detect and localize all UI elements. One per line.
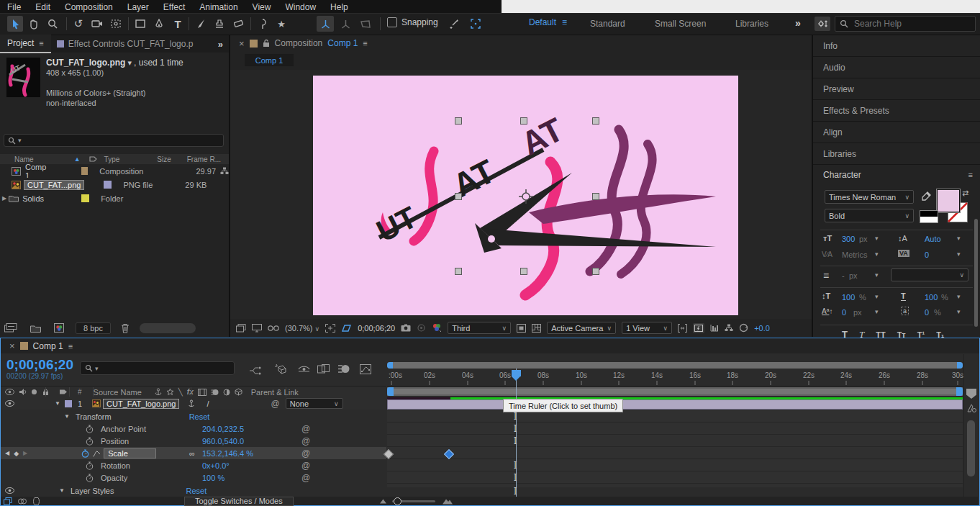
- rotate-tool-button[interactable]: ↺: [71, 16, 86, 32]
- column-size[interactable]: Size: [157, 155, 171, 163]
- menu-edit[interactable]: Edit: [28, 2, 58, 12]
- workspace-default-tab[interactable]: Default ≡: [529, 17, 567, 27]
- transform-group-row[interactable]: ▼ Transform Reset: [1, 410, 386, 423]
- baseline-shift-value[interactable]: 0: [842, 308, 846, 317]
- menu-help[interactable]: Help: [323, 2, 355, 12]
- transparency-grid-icon[interactable]: [532, 324, 541, 333]
- kerning-value[interactable]: Metrics: [842, 250, 867, 259]
- graph-editor-icon[interactable]: [360, 364, 371, 374]
- flowchart-icon[interactable]: [220, 167, 229, 175]
- property-value[interactable]: 960.0,540.0: [202, 437, 244, 446]
- shape-tool-button[interactable]: [132, 16, 148, 32]
- layer-styles-visibility-icon[interactable]: [5, 487, 14, 494]
- zoom-tool-button[interactable]: [45, 16, 60, 32]
- property-value[interactable]: 153.2,146.4 %: [202, 449, 253, 458]
- parent-pickwhip-icon[interactable]: @: [271, 399, 280, 409]
- expand-icon[interactable]: ▶: [2, 195, 6, 202]
- snapshot-icon[interactable]: [401, 324, 411, 332]
- label-column-icon[interactable]: [89, 155, 97, 163]
- playhead-thumb[interactable]: [512, 370, 521, 376]
- parent-link-column-label[interactable]: Parent & Link: [251, 388, 299, 397]
- label-swatch[interactable]: [104, 181, 112, 189]
- fast-previews-icon[interactable]: [693, 323, 704, 333]
- comp-subtab[interactable]: Comp 1: [245, 54, 294, 66]
- horizontal-scale-value[interactable]: 100: [925, 293, 938, 302]
- frame-blend-toggle-button[interactable]: [18, 497, 27, 505]
- region-of-interest-icon[interactable]: [517, 324, 526, 333]
- parent-dropdown[interactable]: None ∨: [286, 398, 343, 409]
- search-options-icon[interactable]: ▾: [95, 365, 99, 372]
- menu-composition[interactable]: Composition: [58, 2, 120, 12]
- tab-project[interactable]: Project ≡: [0, 35, 51, 53]
- layer-styles-reset-link[interactable]: Reset: [186, 487, 207, 495]
- label-swatch[interactable]: [81, 167, 89, 175]
- keyframe-prev-icon[interactable]: ◀: [5, 450, 9, 456]
- character-header[interactable]: Character ≡: [813, 165, 980, 185]
- project-row-solids[interactable]: ▶ Solids Folder: [0, 191, 229, 205]
- sort-asc-icon[interactable]: ▲: [74, 155, 81, 163]
- roi-icon[interactable]: [325, 324, 335, 333]
- draft-3d-icon[interactable]: [274, 363, 287, 375]
- eyedropper-icon[interactable]: [921, 191, 931, 202]
- close-panel-icon[interactable]: ×: [239, 38, 245, 49]
- layer-visibility-icon[interactable]: [5, 400, 14, 407]
- transform-reset-link[interactable]: Reset: [189, 412, 210, 421]
- index-column-label[interactable]: #: [78, 388, 82, 396]
- panel-menu-icon[interactable]: ≡: [363, 39, 367, 48]
- project-row-png[interactable]: CUT_FAT...png PNG file 29 KB: [0, 178, 229, 191]
- workspace-menu-icon[interactable]: ≡: [562, 17, 567, 27]
- timeline-timecode[interactable]: 0;00;06;20: [6, 357, 73, 373]
- pan-behind-tool-button[interactable]: [108, 16, 124, 32]
- layer-row[interactable]: ▼ 1 CUT_FAT_logo.png / @ None ∨: [1, 397, 386, 410]
- horizontal-scale-dropdown-icon[interactable]: ▾: [957, 293, 961, 300]
- composition-mini-flowchart-icon[interactable]: [249, 366, 261, 375]
- property-row-scale[interactable]: ◀ ◆ ▶ Scale ∞ 153.2,146.4 % @: [1, 447, 386, 459]
- monitor-icon[interactable]: [252, 324, 262, 333]
- stroke-width-dropdown-icon[interactable]: ▾: [875, 271, 879, 279]
- snapping-checkbox[interactable]: [387, 17, 397, 27]
- font-size-value[interactable]: 300: [842, 235, 855, 243]
- close-panel-icon[interactable]: ×: [9, 340, 15, 351]
- selection-handle[interactable]: [592, 193, 599, 200]
- zoom-slider-knob[interactable]: [394, 497, 401, 505]
- kerning-dropdown-icon[interactable]: ▾: [875, 250, 879, 258]
- timeline-zoom-slider[interactable]: [392, 500, 435, 502]
- pickwhip-icon[interactable]: @: [301, 424, 310, 434]
- property-name-selected[interactable]: Scale: [104, 448, 156, 458]
- interpret-footage-icon[interactable]: [4, 323, 17, 333]
- layer-quality-icon[interactable]: /: [207, 399, 209, 408]
- vertical-scale-value[interactable]: 100: [842, 293, 855, 302]
- property-row-anchor-point[interactable]: Anchor Point 204.0,232.5 @: [1, 423, 386, 435]
- panel-libraries[interactable]: Libraries: [813, 143, 980, 164]
- selection-handle[interactable]: [520, 268, 527, 275]
- property-name[interactable]: Anchor Point: [101, 425, 146, 433]
- expand-layers-button[interactable]: [4, 497, 12, 505]
- label-column-icon[interactable]: [59, 388, 68, 396]
- stamp-tool-button[interactable]: [212, 16, 227, 32]
- panel-menu-icon[interactable]: ≡: [968, 171, 973, 179]
- trash-icon[interactable]: [121, 323, 130, 333]
- project-row-comp1[interactable]: Comp 1 Composition 29.97: [0, 164, 229, 178]
- menu-view[interactable]: View: [245, 2, 278, 12]
- stopwatch-icon-active[interactable]: [81, 449, 89, 458]
- hand-tool-button[interactable]: [26, 16, 42, 32]
- property-name[interactable]: Opacity: [101, 474, 127, 482]
- time-navigator-bar[interactable]: [387, 362, 963, 369]
- font-style-dropdown[interactable]: Bold ∨: [825, 209, 914, 222]
- graph-toggle-icon[interactable]: [92, 450, 101, 457]
- comp-canvas[interactable]: UT AT AT: [313, 76, 738, 315]
- project-search-box[interactable]: ▾: [4, 134, 224, 147]
- column-frame-rate[interactable]: Frame R...: [187, 155, 221, 163]
- fill-black-white-swatch[interactable]: [920, 210, 938, 223]
- pen-add-button[interactable]: [446, 16, 462, 32]
- selection-handle[interactable]: [455, 268, 462, 275]
- comp-flowchart-icon[interactable]: [725, 324, 733, 332]
- workspace-overflow-icon[interactable]: »: [795, 17, 801, 29]
- menu-layer[interactable]: Layer: [120, 2, 156, 12]
- property-value[interactable]: 204.0,232.5: [202, 425, 244, 433]
- sidebar-scrollbar[interactable]: [974, 219, 978, 327]
- fill-color-swatch[interactable]: [937, 189, 960, 212]
- video-column-icon[interactable]: [5, 389, 14, 395]
- panel-menu-icon[interactable]: ≡: [68, 342, 73, 351]
- panel-info[interactable]: Info: [813, 35, 980, 56]
